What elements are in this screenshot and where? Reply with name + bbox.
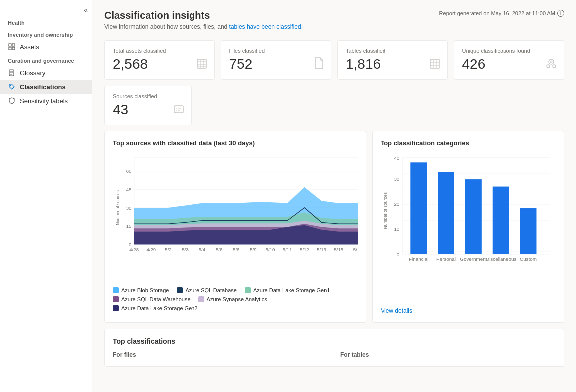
svg-text:5/10: 5/10 xyxy=(266,247,275,252)
sidebar-section-inventory: Inventory and ownership xyxy=(0,28,92,40)
svg-text:5/13: 5/13 xyxy=(317,247,326,252)
sql-wh-color xyxy=(113,296,119,302)
legend-adls-gen2: Azure Data Lake Storage Gen2 xyxy=(113,305,197,311)
sidebar-item-assets[interactable]: Assets xyxy=(0,40,92,54)
svg-point-21 xyxy=(550,61,552,63)
svg-text:Personal: Personal xyxy=(436,257,456,261)
svg-text:Custom: Custom xyxy=(520,257,537,261)
adls1-color xyxy=(245,287,251,293)
svg-text:40: 40 xyxy=(394,156,400,160)
legend-sql-warehouse: Azure SQL Data Warehouse xyxy=(113,296,191,302)
sidebar-item-assets-label: Assets xyxy=(20,43,39,51)
svg-text:5/9: 5/9 xyxy=(250,247,256,252)
grid-icon xyxy=(8,43,16,51)
area-chart: 0 15 30 45 60 Number of sources xyxy=(113,153,358,282)
top-categories-chart-card: Top classification categories xyxy=(372,131,564,323)
legend-synapse: Azure Synapse Analytics xyxy=(198,296,267,302)
sidebar-item-glossary[interactable]: Glossary xyxy=(0,66,92,80)
top-sources-chart-card: Top sources with classified data (last 3… xyxy=(104,131,366,323)
for-tables-col: For tables xyxy=(340,351,556,358)
shield-icon xyxy=(8,97,16,105)
legend-sql-db: Azure SQL Database xyxy=(177,287,237,293)
for-files-col: For files xyxy=(113,351,328,358)
report-date: Report generated on May 16, 2022 at 11:0… xyxy=(439,10,564,17)
svg-text:4/29: 4/29 xyxy=(147,247,156,252)
funnel-icon xyxy=(546,58,557,72)
svg-text:Government: Government xyxy=(460,257,487,261)
area-chart-legend: Azure Blob Storage Azure SQL Database Az… xyxy=(113,287,358,311)
svg-text:30: 30 xyxy=(394,177,400,181)
sidebar-item-classifications-label: Classifications xyxy=(20,83,66,91)
book-icon xyxy=(8,69,16,77)
table-icon xyxy=(196,58,207,72)
blob-color xyxy=(113,287,119,293)
bar-government xyxy=(465,179,482,254)
sidebar-item-glossary-label: Glossary xyxy=(20,69,45,77)
page-subtitle: View information about how sources, file… xyxy=(104,23,303,30)
collapse-button[interactable]: « xyxy=(0,4,92,16)
grid-kpi-icon xyxy=(429,58,440,72)
bar-financial xyxy=(410,162,427,254)
svg-point-20 xyxy=(549,59,554,64)
kpi-row-1: Total assets classified 2,568 Files clas… xyxy=(104,40,564,80)
source-icon xyxy=(173,104,184,118)
bar-miscellaneous xyxy=(493,186,509,254)
bar-custom xyxy=(520,208,537,254)
file-icon xyxy=(314,57,324,72)
sidebar-item-sensitivity-labels[interactable]: Sensitivity labels xyxy=(0,94,92,108)
svg-text:5/12: 5/12 xyxy=(300,247,309,252)
svg-rect-0 xyxy=(9,44,11,46)
svg-point-23 xyxy=(553,65,556,68)
svg-rect-3 xyxy=(12,47,15,50)
charts-row: Top sources with classified data (last 3… xyxy=(104,131,564,323)
kpi-tables: Tables classified 1,816 xyxy=(337,40,448,80)
sidebar-item-sensitivity-labels-label: Sensitivity labels xyxy=(20,97,68,105)
svg-text:5/3: 5/3 xyxy=(182,247,189,252)
svg-text:20: 20 xyxy=(394,202,400,206)
sidebar-item-classifications[interactable]: Classifications xyxy=(0,80,92,94)
sql-db-color xyxy=(177,287,183,293)
for-tables-label: For tables xyxy=(340,351,556,358)
svg-text:5/15: 5/15 xyxy=(334,247,343,252)
svg-text:30: 30 xyxy=(126,206,132,210)
main-content: Classification insights View information… xyxy=(92,0,576,392)
svg-text:15: 15 xyxy=(126,224,132,229)
kpi-total-assets: Total assets classified 2,568 xyxy=(104,40,215,80)
top-sources-chart-title: Top sources with classified data (last 3… xyxy=(113,139,358,147)
svg-point-8 xyxy=(10,85,11,86)
svg-text:5/4: 5/4 xyxy=(199,247,205,252)
svg-rect-1 xyxy=(12,44,15,46)
legend-blob: Azure Blob Storage xyxy=(113,287,169,293)
legend-adls-gen1: Azure Data Lake Storage Gen1 xyxy=(245,287,330,293)
kpi-row-2: Sources classified 43 xyxy=(104,86,564,125)
for-files-label: For files xyxy=(113,351,328,358)
bar-chart: 0 10 20 30 40 Number of sources xyxy=(381,153,556,302)
tag-icon xyxy=(8,83,16,91)
svg-rect-2 xyxy=(9,47,11,50)
svg-text:Number of sources: Number of sources xyxy=(383,192,388,229)
tables-link[interactable]: tables have been classified. xyxy=(229,23,303,30)
synapse-color xyxy=(198,296,204,302)
svg-text:5/6: 5/6 xyxy=(233,247,239,252)
top-classifications-card: Top classifications For files For tables xyxy=(104,329,564,367)
svg-text:60: 60 xyxy=(126,169,132,174)
svg-text:5/11: 5/11 xyxy=(283,247,292,252)
svg-rect-15 xyxy=(430,59,439,68)
view-details-link[interactable]: View details xyxy=(381,307,412,314)
classifications-columns: For files For tables xyxy=(113,351,556,358)
svg-text:5/16: 5/16 xyxy=(353,247,358,252)
svg-text:5/6: 5/6 xyxy=(216,247,222,252)
adls2-color xyxy=(113,305,119,311)
kpi-unique: Unique classifications found 426 xyxy=(454,40,565,80)
svg-point-22 xyxy=(547,65,550,68)
svg-text:5/2: 5/2 xyxy=(165,247,171,252)
svg-text:0: 0 xyxy=(129,242,131,247)
page-header: Classification insights View information… xyxy=(104,10,564,32)
top-categories-title: Top classification categories xyxy=(381,139,556,147)
svg-text:10: 10 xyxy=(394,227,400,232)
bar-personal xyxy=(438,172,454,254)
svg-text:4/28: 4/28 xyxy=(129,247,139,252)
sidebar: « Health Inventory and ownership Assets … xyxy=(0,0,92,392)
svg-text:45: 45 xyxy=(126,187,132,192)
info-icon[interactable]: i xyxy=(557,10,564,17)
